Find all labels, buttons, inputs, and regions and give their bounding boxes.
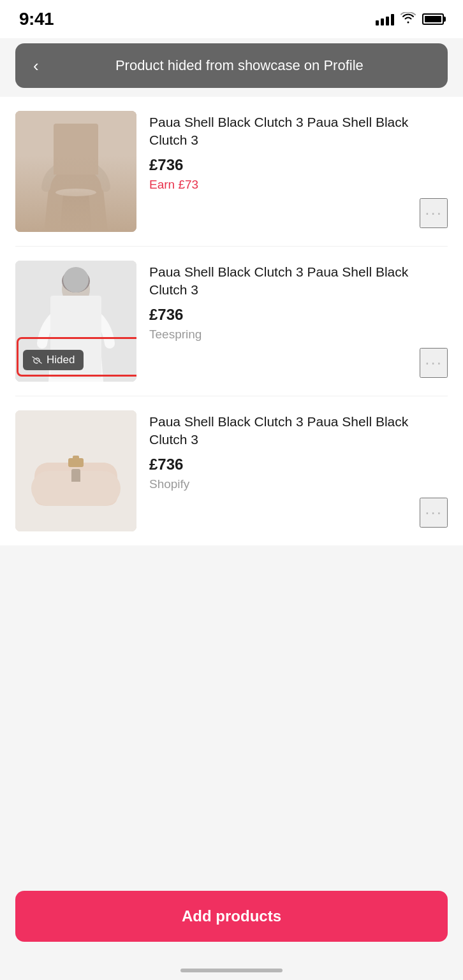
product-name: Paua Shell Black Clutch 3 Paua Shell Bla… <box>149 413 448 449</box>
list-item: Hided Paua Shell Black Clutch 3 Paua She… <box>15 247 448 396</box>
battery-icon <box>422 13 444 25</box>
toast-message: Product hided from showcase on Profile <box>49 57 430 74</box>
eye-hidden-icon <box>32 355 42 366</box>
status-icons <box>376 12 444 27</box>
svg-point-5 <box>62 270 90 292</box>
product-price: £736 <box>149 156 448 174</box>
list-item: Paua Shell Black Clutch 3 Paua Shell Bla… <box>15 396 448 545</box>
product-price: £736 <box>149 306 448 324</box>
product-more-button[interactable]: ··· <box>420 198 448 228</box>
home-indicator <box>180 969 283 972</box>
product-details: Paua Shell Black Clutch 3 Paua Shell Bla… <box>136 261 448 342</box>
product-earn: Earn £73 <box>149 178 448 192</box>
toast-notification: ‹ Product hided from showcase on Profile <box>15 43 448 88</box>
signal-icon <box>376 13 394 25</box>
svg-point-4 <box>62 273 90 306</box>
hided-badge: Hided <box>23 350 84 370</box>
product-source: Shopify <box>149 477 448 491</box>
products-list: Paua Shell Black Clutch 3 Paua Shell Bla… <box>0 97 463 545</box>
product-thumbnail <box>15 111 136 232</box>
product-name: Paua Shell Black Clutch 3 Paua Shell Bla… <box>149 263 448 299</box>
product-image <box>15 410 136 531</box>
list-item: Paua Shell Black Clutch 3 Paua Shell Bla… <box>15 97 448 247</box>
svg-rect-6 <box>71 304 80 315</box>
product-more-button[interactable]: ··· <box>420 348 448 378</box>
svg-point-2 <box>55 189 96 196</box>
product-thumbnail <box>15 410 136 531</box>
add-products-button[interactable]: Add products <box>15 891 448 942</box>
svg-point-1 <box>58 131 94 167</box>
product-details: Paua Shell Black Clutch 3 Paua Shell Bla… <box>136 111 448 192</box>
status-bar: 9:41 <box>0 0 463 38</box>
product-details: Paua Shell Black Clutch 3 Paua Shell Bla… <box>136 410 448 491</box>
svg-rect-0 <box>15 111 136 232</box>
product-price: £736 <box>149 456 448 473</box>
hided-label: Hided <box>47 354 75 366</box>
product-more-button[interactable]: ··· <box>420 498 448 528</box>
wifi-icon <box>401 12 416 27</box>
back-button[interactable]: ‹ <box>33 57 39 74</box>
status-time: 9:41 <box>19 9 54 29</box>
svg-rect-9 <box>73 456 79 461</box>
product-image: Hided <box>15 261 136 382</box>
svg-rect-7 <box>15 410 136 531</box>
product-name: Paua Shell Black Clutch 3 Paua Shell Bla… <box>149 113 448 150</box>
product-source: Teespring <box>149 328 448 342</box>
product-image <box>15 111 136 232</box>
